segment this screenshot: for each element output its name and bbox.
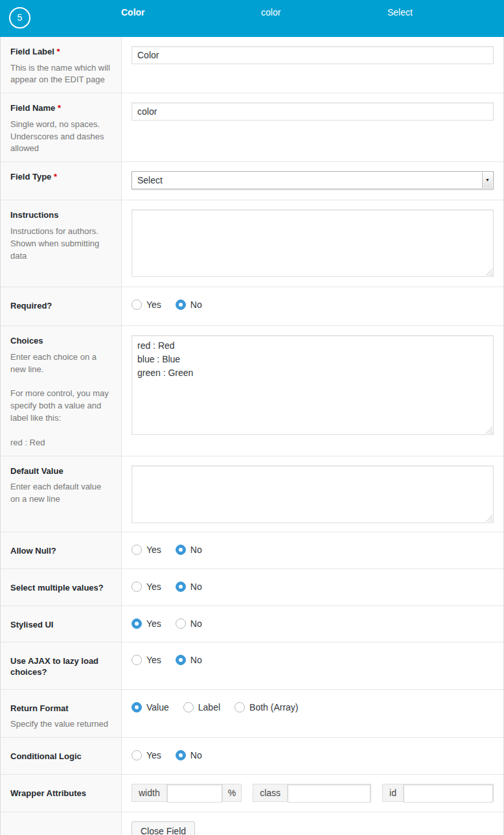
default-value-desc: Enter each default value on a new line — [10, 481, 111, 506]
allow-null-no-option[interactable]: No — [176, 545, 202, 555]
multiple-title: Select multiple values? — [10, 582, 111, 594]
wrapper-id-group: id — [382, 784, 494, 802]
wrapper-attributes-label-cell: Wrapper Attributes — [1, 775, 122, 812]
field-type-select[interactable]: Select ▼ — [132, 171, 494, 189]
field-name-input-cell — [122, 93, 503, 161]
stylised-ui-no-option[interactable]: No — [176, 618, 202, 629]
radio-unchecked-icon — [132, 582, 142, 592]
radio-unchecked-icon — [235, 702, 245, 712]
radio-unchecked-icon — [183, 702, 194, 712]
required-mark: * — [58, 103, 61, 113]
required-title: Required? — [10, 300, 111, 312]
choices-label-cell: Choices Enter each choice on a new line.… — [1, 326, 122, 455]
field-name-title: Field Name * — [10, 102, 111, 114]
radio-checked-icon — [176, 300, 186, 310]
required-yes-option[interactable]: Yes — [132, 300, 161, 310]
instructions-title: Instructions — [10, 209, 111, 221]
ajax-yes-option[interactable]: Yes — [132, 655, 161, 665]
radio-checked-icon — [176, 545, 186, 555]
field-name-desc: Single word, no spaces. Underscores and … — [10, 119, 111, 156]
conditional-logic-no-option[interactable]: No — [176, 750, 202, 760]
header-field-type: Select — [387, 6, 413, 18]
return-format-both-option[interactable]: Both (Array) — [235, 702, 298, 712]
wrapper-attributes-title: Wrapper Attributes — [10, 788, 111, 799]
required-radio-group: Yes No — [132, 300, 494, 310]
allow-null-label-cell: Allow Null? — [1, 532, 122, 569]
row-stylised-ui: Stylised UI Yes No — [1, 606, 503, 642]
field-type-selected-value: Select — [137, 175, 163, 185]
radio-checked-icon — [176, 655, 186, 665]
radio-unchecked-icon — [132, 300, 142, 310]
row-field-name: Field Name * Single word, no spaces. Und… — [1, 93, 503, 161]
return-format-radio-group: Value Label Both (Array) — [132, 702, 494, 712]
field-name-input[interactable] — [132, 102, 494, 121]
row-allow-null: Allow Null? Yes No — [1, 532, 503, 569]
return-format-value-option[interactable]: Value — [132, 702, 169, 712]
return-format-desc: Specify the value returned — [10, 718, 111, 731]
choices-desc: Enter each choice on a new line. For mor… — [10, 351, 111, 449]
conditional-logic-radio-group: Yes No — [132, 750, 494, 760]
field-editor: 5 Color color Select Field Label * This … — [0, 0, 504, 835]
choices-textarea[interactable]: red : Red blue : Blue green : Green — [132, 335, 494, 435]
wrapper-id-label: id — [383, 784, 404, 801]
default-value-label-cell: Default Value Enter each default value o… — [1, 456, 122, 532]
select-arrow-icon: ▼ — [482, 172, 492, 188]
field-name-label-cell: Field Name * Single word, no spaces. Und… — [1, 93, 122, 161]
row-field-type: Field Type * Select ▼ — [1, 161, 503, 200]
radio-unchecked-icon — [132, 655, 142, 665]
close-field-label-cell — [1, 812, 122, 835]
close-field-button[interactable]: Close Field — [132, 821, 195, 835]
row-multiple: Select multiple values? Yes No — [1, 569, 503, 606]
row-required: Required? Yes No — [1, 287, 503, 325]
allow-null-title: Allow Null? — [10, 545, 111, 557]
ajax-no-option[interactable]: No — [176, 655, 202, 665]
radio-unchecked-icon — [132, 545, 142, 555]
wrapper-percent-suffix: % — [222, 784, 241, 801]
return-format-label-option[interactable]: Label — [183, 702, 220, 712]
ajax-radio-group: Yes No — [132, 655, 494, 665]
row-default-value: Default Value Enter each default value o… — [1, 456, 503, 532]
field-label-input[interactable] — [132, 46, 494, 64]
field-type-title: Field Type * — [10, 171, 111, 183]
conditional-logic-yes-option[interactable]: Yes — [132, 750, 161, 760]
radio-checked-icon — [176, 582, 186, 592]
row-field-label: Field Label * This is the name which wil… — [1, 37, 503, 93]
wrapper-width-label: width — [132, 784, 167, 801]
ajax-label-cell: Use AJAX to lazy load choices? — [1, 642, 122, 689]
radio-unchecked-icon — [132, 750, 142, 760]
multiple-no-option[interactable]: No — [176, 582, 202, 592]
choices-title: Choices — [10, 335, 111, 347]
field-type-select-cell: Select ▼ — [122, 162, 503, 200]
stylised-ui-radio-group: Yes No — [132, 618, 494, 629]
allow-null-yes-option[interactable]: Yes — [132, 545, 161, 555]
default-value-textarea[interactable] — [132, 465, 494, 523]
field-settings: Field Label * This is the name which wil… — [0, 37, 504, 835]
stylised-ui-yes-option[interactable]: Yes — [132, 618, 161, 629]
field-header[interactable]: 5 Color color Select — [0, 0, 504, 37]
wrapper-id-input[interactable] — [404, 784, 493, 803]
ajax-title: Use AJAX to lazy load choices? — [10, 655, 111, 678]
header-field-name: color — [261, 6, 281, 18]
instructions-textarea[interactable] — [132, 209, 494, 277]
default-value-title: Default Value — [10, 465, 111, 477]
multiple-yes-option[interactable]: Yes — [132, 582, 161, 592]
field-label-label-cell: Field Label * This is the name which wil… — [1, 37, 122, 93]
multiple-label-cell: Select multiple values? — [1, 569, 122, 606]
wrapper-width-group: width % — [132, 784, 242, 802]
wrapper-width-input[interactable] — [167, 784, 222, 803]
radio-checked-icon — [132, 618, 142, 629]
stylised-ui-label-cell: Stylised UI — [1, 606, 122, 642]
wrapper-class-input[interactable] — [288, 784, 371, 803]
radio-checked-icon — [132, 702, 142, 712]
return-format-label-cell: Return Format Specify the value returned — [1, 690, 122, 737]
close-field-button-cell: Close Field — [122, 812, 503, 835]
radio-unchecked-icon — [176, 618, 186, 629]
required-mark: * — [57, 47, 60, 56]
field-label-input-cell — [122, 37, 503, 93]
instructions-desc: Instructions for authors. Shown when sub… — [10, 226, 111, 263]
return-format-options-cell: Value Label Both (Array) — [122, 690, 503, 737]
instructions-label-cell: Instructions Instructions for authors. S… — [1, 200, 122, 287]
required-no-option[interactable]: No — [176, 300, 202, 310]
row-return-format: Return Format Specify the value returned… — [1, 689, 503, 737]
wrapper-class-label: class — [253, 784, 288, 801]
